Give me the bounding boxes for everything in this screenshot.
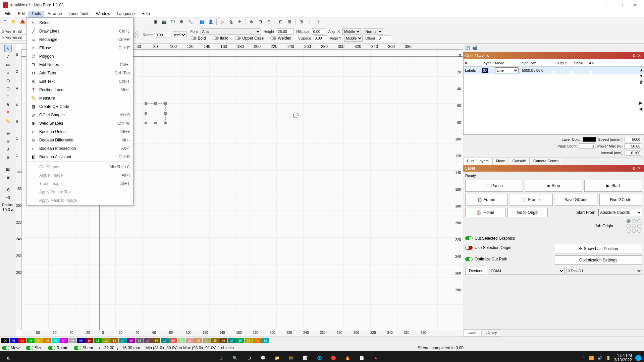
tab-move[interactable]: Move [492,158,509,165]
dd-positionlaser[interactable]: 📍Position LaserAlt+L [26,85,133,94]
use-sel-toggle[interactable] [465,246,473,250]
save-gcode-button[interactable]: Save GCode [555,194,597,206]
hflip-tool[interactable]: ⧎ [4,186,12,193]
refresh-icon[interactable]: 🔄 [465,46,470,50]
col-layer[interactable]: Layer [480,61,494,65]
color-swatch[interactable]: 06 [52,338,60,343]
col-mode[interactable]: Mode [494,61,521,65]
color-swatch[interactable]: 05 [43,338,51,343]
frame-circle-button[interactable]: ◌Frame [510,194,552,206]
nodes-tool[interactable]: ⊡ [4,85,12,93]
dd-weld[interactable]: ⊕Weld ShapesCtrl+W [26,119,133,127]
size-toggle[interactable] [26,346,33,350]
menu-tools[interactable]: Tools [28,11,44,17]
sel-handle[interactable] [164,122,167,124]
speed-input[interactable] [625,137,641,142]
tab-library[interactable]: Library [481,329,501,337]
sel-handle[interactable] [154,102,157,105]
color-swatch[interactable]: 19 [161,338,169,343]
tray-notif-icon[interactable] [635,355,641,361]
color-swatch[interactable]: 09 [77,338,85,343]
menu-help[interactable]: Help [138,11,153,17]
left-icon[interactable]: ◀ [639,107,643,111]
dd-ellipse[interactable]: ○EllipseCtrl+E [26,44,133,52]
selection-box[interactable] [146,103,166,123]
array-tool[interactable]: ⊞ [4,174,12,181]
stop-button[interactable]: ■Stop [525,180,583,192]
normal-select[interactable]: Normal [364,28,383,35]
tabs-tool[interactable]: ⊓ [4,93,12,101]
tool-align2[interactable]: ⊞ [265,18,273,25]
tool-align1[interactable]: ⊟ [257,18,264,25]
color-swatch[interactable]: T1 [253,338,261,343]
tool-group[interactable]: 👥 [198,18,206,25]
sel-handle[interactable] [154,122,157,124]
tb-taskview-icon[interactable]: ⊡ [243,352,255,362]
color-swatch[interactable]: 26 [219,338,227,343]
color-swatch[interactable]: 11 [94,338,102,343]
color-swatch[interactable]: 21 [177,338,185,343]
sel-handle[interactable] [145,102,147,105]
dd-assist[interactable]: ◧Boolean AssistantCtrl+B [26,153,133,161]
tb-search-icon[interactable]: 🔍 [229,352,241,362]
tb-word-icon[interactable]: 📄 [356,352,368,362]
layer-color-swatch[interactable] [583,137,596,142]
color-swatch[interactable]: 04 [35,338,43,343]
tab-console[interactable]: Console [509,158,530,165]
origin-dot[interactable] [637,219,641,223]
union-tool[interactable]: ∪ [4,145,12,153]
home-button[interactable]: 🏠Home [465,208,505,217]
tool-preview[interactable]: ▣ [152,18,159,25]
dd-editnodes[interactable]: ⊡Edit NodesCtrl+` [26,60,133,69]
origin-dot[interactable] [632,229,636,233]
color-swatch[interactable]: 22 [186,338,194,343]
menu-arrange[interactable]: Arrange [44,11,65,17]
dd-addtabs[interactable]: ⊓Add TabsCtrl+Tab [26,69,133,77]
origin-dot[interactable] [632,219,636,223]
panel-pop-icon[interactable]: ⧉ [631,166,637,171]
tab-laser[interactable]: Laser [463,329,481,337]
offset-input[interactable] [378,35,391,41]
position-tool[interactable]: 📍 [4,109,12,117]
color-swatch[interactable]: 08 [68,338,76,343]
tool-play[interactable]: ▷ [219,18,226,25]
color-swatch[interactable]: 07 [60,338,68,343]
tool-gear[interactable]: ⚙ [178,18,185,25]
tb-lightburn-icon[interactable]: 🔥 [342,352,354,362]
color-swatch[interactable]: 00 [1,338,9,343]
tool-array1[interactable]: ⊞ [298,18,305,25]
color-swatch[interactable]: 01 [10,338,18,343]
dd-union[interactable]: ∪Boolean UnionAlt++ [26,127,133,136]
up-icon[interactable]: ▲ [639,68,643,72]
shear-toggle[interactable] [74,346,81,350]
port-select[interactable]: COM4 [489,267,565,275]
origin-dot[interactable] [637,224,641,228]
color-swatch[interactable]: 29 [245,338,253,343]
panel-close-icon[interactable]: ✕ [637,166,642,171]
dd-inter[interactable]: ∩Boolean IntersectionAlt+* [26,144,133,153]
tool-wrench[interactable]: 🔧 [186,18,194,25]
font-select[interactable]: Arial [201,28,261,35]
tray-volume-icon[interactable]: 🔊 [597,356,602,360]
goto-origin-button[interactable]: Go to Origin [507,208,548,217]
color-swatch[interactable]: 28 [236,338,244,343]
color-swatch[interactable]: 13 [110,338,118,343]
sel-handle[interactable] [145,112,147,115]
color-swatch[interactable]: 17 [144,338,152,343]
close-button[interactable]: ✕ [628,0,641,10]
dd-drawlines[interactable]: ╱Draw LinesCtrl+L [26,27,133,35]
color-swatch[interactable]: 15 [127,338,135,343]
start-button[interactable]: ⊞ [3,352,15,362]
tool-open[interactable]: 📂 [10,18,17,25]
origin-dot[interactable] [637,229,641,233]
minimize-button[interactable]: ─ [601,0,614,10]
origin-dot[interactable] [627,224,631,228]
welded-toggle[interactable] [270,37,276,40]
grid-tool[interactable]: ▦ [4,166,12,173]
menu-window[interactable]: Window [93,11,114,17]
start-button[interactable]: ▶Start [584,180,642,192]
col-spd[interactable]: Spd/Pwr [521,61,554,65]
dd-edittext[interactable]: AEdit TextCtrl+T [26,77,133,85]
tool-dist1[interactable]: ⊡ [277,18,284,25]
dd-qr[interactable]: ▦Create QR Code [26,102,133,111]
